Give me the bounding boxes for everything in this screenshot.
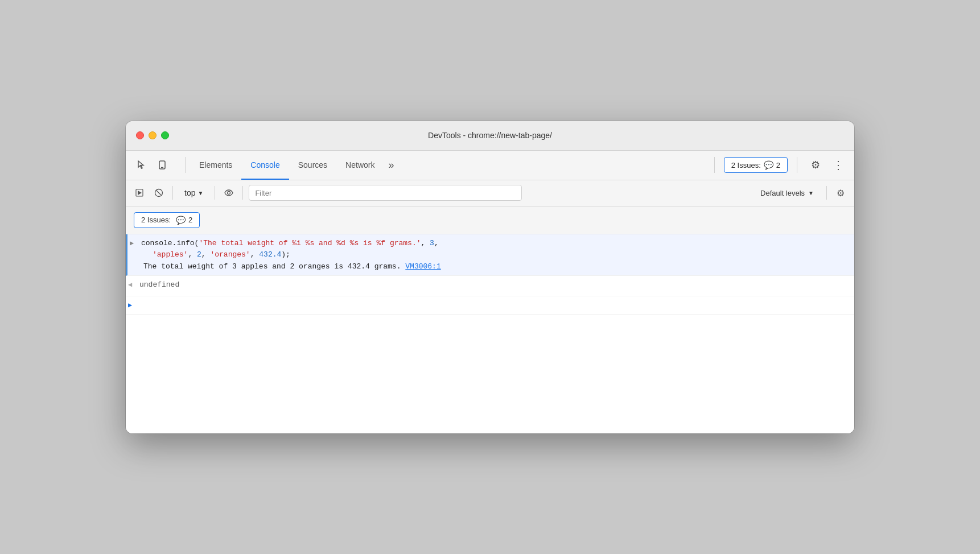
console-content: ▶ console.info('The total weight of %i %… <box>126 234 854 433</box>
tab-elements[interactable]: Elements <box>190 150 241 180</box>
default-levels-button[interactable]: Default levels ▼ <box>753 187 821 200</box>
issues-bar-label: 2 Issues: <box>141 216 171 224</box>
console-entry-info: ▶ console.info('The total weight of %i %… <box>126 234 854 276</box>
title-bar: DevTools - chrome://new-tab-page/ <box>126 121 854 151</box>
console-entry-undefined: ◀ undefined <box>126 276 854 296</box>
undefined-text: undefined <box>139 278 850 291</box>
tab-bar-right: 2 Issues: 💬 2 ⚙ ⋮ <box>710 156 847 174</box>
tab-console[interactable]: Console <box>241 150 289 180</box>
svg-point-6 <box>228 192 230 195</box>
issues-count: 2 <box>776 161 780 169</box>
vm-link[interactable]: VM3006:1 <box>405 262 440 271</box>
eye-icon <box>224 188 233 197</box>
prompt-caret: ▶ <box>128 299 139 309</box>
tab-divider-right <box>714 157 715 173</box>
device-toolbar-button[interactable] <box>153 156 171 174</box>
block-icon <box>154 188 163 197</box>
toolbar-divider-1 <box>172 186 173 200</box>
issues-inline-badge[interactable]: 2 Issues: 💬 2 <box>134 212 200 228</box>
settings-button[interactable]: ⚙ <box>806 156 825 174</box>
tab-bar: Elements Console Sources Network » 2 Iss… <box>126 151 854 180</box>
more-options-button[interactable]: ⋮ <box>829 156 847 174</box>
window-title: DevTools - chrome://new-tab-page/ <box>428 131 552 140</box>
svg-marker-3 <box>138 191 142 195</box>
tab-network[interactable]: Network <box>336 150 384 180</box>
prompt-input-area[interactable] <box>139 299 850 312</box>
tab-sources[interactable]: Sources <box>289 150 336 180</box>
inspect-element-button[interactable] <box>133 156 151 174</box>
eye-button[interactable] <box>221 185 237 201</box>
context-selector[interactable]: top ▼ <box>179 186 209 200</box>
device-icon <box>157 160 167 170</box>
run-console-button[interactable] <box>131 185 147 201</box>
issues-bar-count: 2 <box>188 216 192 224</box>
svg-line-5 <box>156 190 162 196</box>
dropdown-arrow-icon: ▼ <box>197 190 203 196</box>
cursor-icon <box>137 160 147 170</box>
tab-icon-group <box>133 156 171 174</box>
issues-label: 2 Issues: <box>731 161 761 169</box>
code-line-2: 'apples', 2, 'oranges', 432.4); <box>141 249 850 261</box>
issues-bar: 2 Issues: 💬 2 <box>126 206 854 234</box>
minimize-button[interactable] <box>149 131 157 139</box>
filter-input[interactable] <box>249 185 522 201</box>
devtools-window: DevTools - chrome://new-tab-page/ Elemen… <box>126 121 854 433</box>
traffic-lights <box>136 131 169 139</box>
issues-badge[interactable]: 2 Issues: 💬 2 <box>724 157 788 173</box>
issues-bar-chat-icon: 💬 <box>176 216 186 225</box>
tab-divider-left <box>185 157 186 173</box>
issues-chat-icon: 💬 <box>764 160 773 169</box>
toolbar-divider-4 <box>826 186 827 200</box>
toolbar-divider-3 <box>242 186 243 200</box>
expand-arrow-undefined: ◀ <box>128 278 139 289</box>
console-toolbar: top ▼ Default levels ▼ ⚙ <box>126 180 854 206</box>
code-line-1: console.info('The total weight of %i %s … <box>141 238 850 250</box>
console-code-block: console.info('The total weight of %i %s … <box>141 237 850 273</box>
play-icon <box>135 189 143 197</box>
close-button[interactable] <box>136 131 144 139</box>
console-settings-button[interactable]: ⚙ <box>833 185 849 201</box>
tab-divider-after-badge <box>797 157 797 173</box>
console-output-line: The total weight of 3 apples and 2 orang… <box>141 261 850 273</box>
console-prompt-entry[interactable]: ▶ <box>126 296 854 315</box>
expand-arrow-info[interactable]: ▶ <box>130 237 141 247</box>
levels-dropdown-arrow: ▼ <box>808 190 814 196</box>
toolbar-divider-2 <box>215 186 215 200</box>
clear-console-button[interactable] <box>151 185 167 201</box>
more-tabs-button[interactable]: » <box>384 150 398 180</box>
maximize-button[interactable] <box>161 131 169 139</box>
